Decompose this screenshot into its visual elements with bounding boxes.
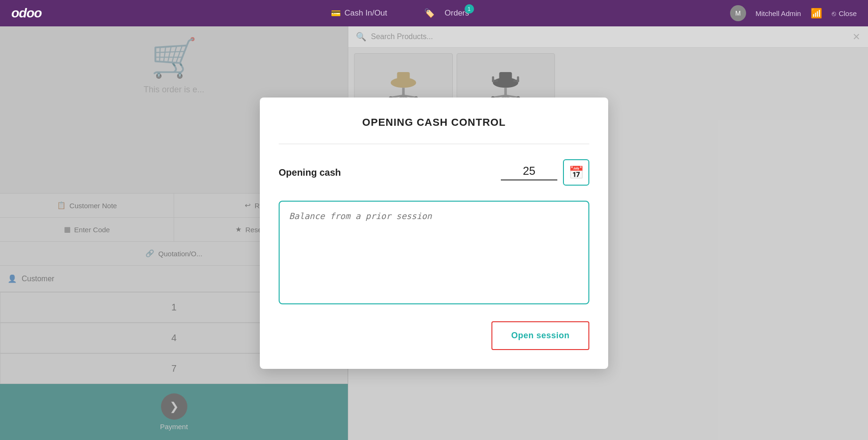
main-area: 🛒 This order is e... 📋 Customer Note ↩ R…: [0, 26, 868, 440]
balance-note-textarea[interactable]: [279, 201, 589, 304]
close-button[interactable]: ⎋ Close: [832, 9, 857, 17]
odoo-logo: odoo: [11, 6, 41, 21]
modal-input-area: 📅: [501, 159, 589, 186]
opening-cash-label: Opening cash: [279, 167, 341, 178]
avatar: M: [730, 5, 746, 21]
open-session-button[interactable]: Open session: [491, 321, 589, 350]
modal-opening-cash-row: Opening cash 📅: [279, 159, 589, 186]
close-icon: ⎋: [832, 9, 836, 17]
calendar-icon: 📅: [569, 165, 584, 180]
navbar-right: M Mitchell Admin 📶 ⎋ Close: [730, 5, 857, 21]
navbar: odoo 💳 Cash In/Out 🏷️ 1 Orders M Mitchel…: [0, 0, 868, 26]
cash-icon: 💳: [331, 8, 341, 18]
modal-divider: [279, 144, 589, 144]
opening-cash-modal: OPENING CASH CONTROL Opening cash 📅 Open…: [260, 98, 608, 369]
modal-overlay: OPENING CASH CONTROL Opening cash 📅 Open…: [0, 26, 868, 440]
username-label: Mitchell Admin: [755, 9, 801, 17]
close-label: Close: [839, 9, 857, 17]
calendar-button[interactable]: 📅: [563, 159, 589, 186]
modal-footer: Open session: [279, 321, 589, 350]
orders-badge: 1: [465, 4, 474, 14]
orders-icon: 🏷️: [424, 8, 434, 18]
opening-cash-input[interactable]: [501, 164, 557, 180]
cash-in-out-nav[interactable]: 💳 Cash In/Out: [331, 8, 387, 18]
navbar-center: 💳 Cash In/Out 🏷️ 1 Orders: [70, 8, 730, 18]
modal-title: OPENING CASH CONTROL: [279, 116, 589, 129]
orders-nav[interactable]: 🏷️ 1 Orders: [424, 8, 469, 18]
wifi-icon: 📶: [811, 8, 822, 19]
cash-in-out-label: Cash In/Out: [345, 8, 387, 18]
